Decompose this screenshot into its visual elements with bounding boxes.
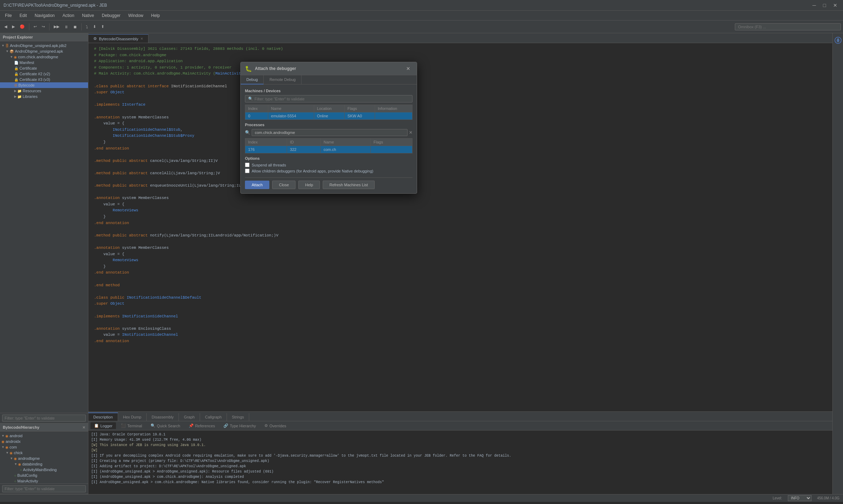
log-line-7: [I] Adding artifact to project: D:\CTF\R… [91, 464, 830, 469]
code-line-34: value = { [94, 251, 827, 258]
bottom-tab-strings[interactable]: Strings [227, 413, 249, 421]
toolbar-btn-5[interactable]: ↪ [40, 23, 47, 30]
sidebar-logo-btn[interactable] [834, 36, 842, 45]
refresh-machines-button[interactable]: Refresh Machines List [323, 181, 375, 189]
code-line-37: .end annotation [94, 270, 827, 276]
hier-com[interactable]: ▼ ◉ com [0, 444, 88, 450]
attach-button[interactable]: Attach [245, 181, 269, 189]
logger-tab-references[interactable]: 📌 References [185, 422, 218, 429]
tree-cert1[interactable]: 🔒 Certificate [0, 65, 88, 71]
toolbar-btn-4[interactable]: ↩ [31, 23, 39, 30]
tree-bytecode[interactable]: ⚙ Bytecode [0, 82, 88, 88]
toolbar-btn-stepout[interactable]: ⬆ [99, 23, 106, 30]
menu-action[interactable]: Action [59, 12, 78, 19]
hier-chick[interactable]: ▼ ◉ chick [0, 450, 88, 456]
code-line-2: # Package: com.chick.androdbgme [94, 52, 827, 59]
toolbar-btn-1[interactable]: ◀ [2, 23, 9, 30]
code-line-42: .super Object [94, 301, 827, 307]
code-line-13: value = { [94, 121, 827, 127]
close-button[interactable]: ✕ [831, 2, 839, 9]
level-select[interactable]: INFO DEBUG WARN ERROR [788, 495, 812, 501]
code-line-7: .class public abstract interface INotifi… [94, 83, 827, 90]
tree-libraries[interactable]: ▶ 📁 Libraries [0, 94, 88, 99]
menu-navigation[interactable]: Navigation [31, 12, 58, 19]
toolbar-btn-stop[interactable]: ⏹ [71, 23, 79, 30]
tree-root[interactable]: ▼ 🗄 AndroDbgme_unsigned.apk.jdb2 [0, 43, 88, 48]
machine-location: Online [314, 112, 344, 120]
hier-android[interactable]: ▼ ◉ android [0, 433, 88, 439]
hierarchy-filter-input[interactable] [2, 485, 86, 492]
logger-tab-typehierarchy[interactable]: 🔗 Type Hierarchy [220, 422, 259, 429]
project-explorer: Project Explorer ▼ 🗄 AndroDbgme_unsigned… [0, 33, 88, 423]
logger-tab-logger[interactable]: 📋 Logger [90, 422, 116, 429]
hier-androidx[interactable]: ◉ androidx [0, 439, 88, 444]
toolbar-btn-step[interactable]: ⤵ [84, 23, 90, 30]
code-line-31: .method public abstract notify(Ljava/lan… [94, 233, 827, 239]
process-filter-input[interactable] [252, 129, 408, 136]
logger-tab-quicksearch[interactable]: 🔍 Quick Search [147, 422, 184, 429]
menu-file[interactable]: File [1, 12, 15, 19]
logger-label: Logger [100, 424, 112, 428]
dialog-tab-debug[interactable]: Debug [241, 75, 264, 84]
machines-table: Index Name Location Flags Information 0 … [245, 105, 412, 120]
hier-databinding[interactable]: ▼ ◉ databinding [0, 461, 88, 467]
toolbar-btn-2[interactable]: ▶ [10, 23, 17, 30]
menu-window[interactable]: Window [125, 12, 147, 19]
machines-filter-input[interactable] [254, 97, 409, 101]
tree-cert3[interactable]: 🔒 Certificate #3 (v3) [0, 77, 88, 82]
hierarchy-close[interactable]: ✕ [82, 426, 85, 429]
bottom-tab-disassembly[interactable]: Disassembly [147, 413, 179, 421]
minimize-button[interactable]: ─ [810, 2, 818, 9]
menu-edit[interactable]: Edit [16, 12, 30, 19]
code-line-38 [94, 276, 827, 282]
bottom-tab-hexdump[interactable]: Hex Dump [118, 413, 147, 421]
tab-bytecode-disassembly[interactable]: ⚙ Bytecode/Disassembly ✕ [88, 34, 148, 43]
code-line-26: value = { [94, 201, 827, 208]
machine-row-0[interactable]: 0 emulator-5554 Online SKW A0 [245, 112, 412, 120]
omnibox-input[interactable] [735, 23, 841, 30]
com-pkg-icon: ◉ [5, 445, 8, 449]
tree-resources[interactable]: ▶ 📁 Resources [0, 88, 88, 94]
terminal-icon: ⬛ [121, 423, 126, 428]
suspend-threads-checkbox[interactable] [245, 163, 250, 167]
package-icon: ◉ [14, 55, 17, 59]
hier-activitymainbinding[interactable]: ○ ActivityMainBinding [0, 467, 88, 473]
children-debuggers-checkbox[interactable] [245, 169, 250, 173]
bottom-tab-description[interactable]: Description [88, 412, 118, 421]
title-bar: D:\CTF\RE\APKTool\AndroDbgme_unsigned.ap… [0, 0, 843, 11]
menu-debugger[interactable]: Debugger [98, 12, 124, 19]
tab-close-btn[interactable]: ✕ [140, 37, 143, 41]
dialog-tab-remote[interactable]: Remote Debug [264, 75, 302, 84]
code-line-27: RemoteViews [94, 207, 827, 214]
tree-cert2[interactable]: 🔒 Certificate #2 (v2) [0, 71, 88, 77]
tree-apk[interactable]: ▼ 📦 AndroDbgme_unsigned.apk [0, 48, 88, 54]
tree-manifest[interactable]: 📄 Manifest [0, 60, 88, 65]
log-line-5: [I] If you are decompiling complex Andro… [91, 453, 830, 458]
menu-native[interactable]: Native [78, 12, 98, 19]
close-dialog-button[interactable]: Close [272, 181, 295, 189]
process-row-0[interactable]: 176 322 com.ch [245, 146, 412, 153]
bottom-tab-graph[interactable]: Graph [179, 413, 200, 421]
hier-mainactivity[interactable]: ○ MainActivity [0, 478, 88, 484]
toolbar-btn-pause[interactable]: ⏸ [62, 23, 70, 30]
toolbar-btn-debug[interactable]: ▶▶ [52, 23, 62, 30]
tree-package[interactable]: ▼ ◉ com.chick.androdbgme [0, 54, 88, 60]
col-index: Index [245, 105, 268, 112]
hier-buildconfig[interactable]: ○ BuildConfig [0, 473, 88, 478]
project-filter-input[interactable] [2, 415, 86, 422]
code-line-40 [94, 288, 827, 295]
title-text: D:\CTF\RE\APKTool\AndroDbgme_unsigned.ap… [4, 3, 107, 8]
hier-androdbgme[interactable]: ▼ ◉ androdbgme [0, 456, 88, 461]
toolbar-btn-stepin[interactable]: ⬇ [91, 23, 98, 30]
help-button[interactable]: Help [298, 181, 320, 189]
bottom-tab-callgraph[interactable]: Callgraph [200, 413, 227, 421]
code-line-10: .implements IInterface [94, 102, 827, 108]
maximize-button[interactable]: □ [821, 2, 828, 9]
dialog-close-button[interactable]: ✕ [404, 65, 412, 72]
logger-tab-overrides[interactable]: ⚙ Overrides [261, 422, 290, 429]
toolbar-btn-3[interactable]: 🔴 [18, 23, 27, 30]
menu-help[interactable]: Help [148, 12, 164, 19]
code-line-46: .annotation system EnclosingClass [94, 326, 827, 332]
process-filter-clear[interactable]: ✕ [409, 130, 412, 135]
logger-tab-terminal[interactable]: ⬛ Terminal [117, 422, 146, 429]
